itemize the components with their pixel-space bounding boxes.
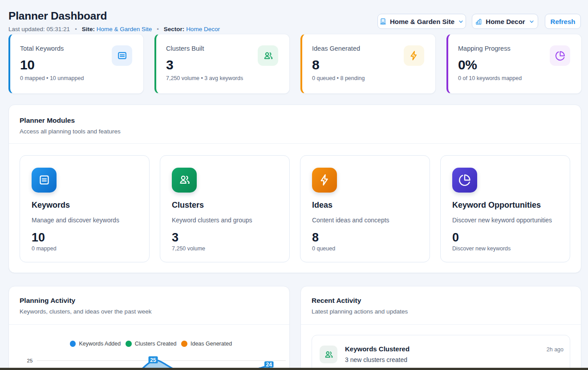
svg-text:24: 24	[266, 362, 272, 368]
svg-text:25: 25	[27, 358, 33, 363]
svg-text:25: 25	[150, 357, 156, 363]
